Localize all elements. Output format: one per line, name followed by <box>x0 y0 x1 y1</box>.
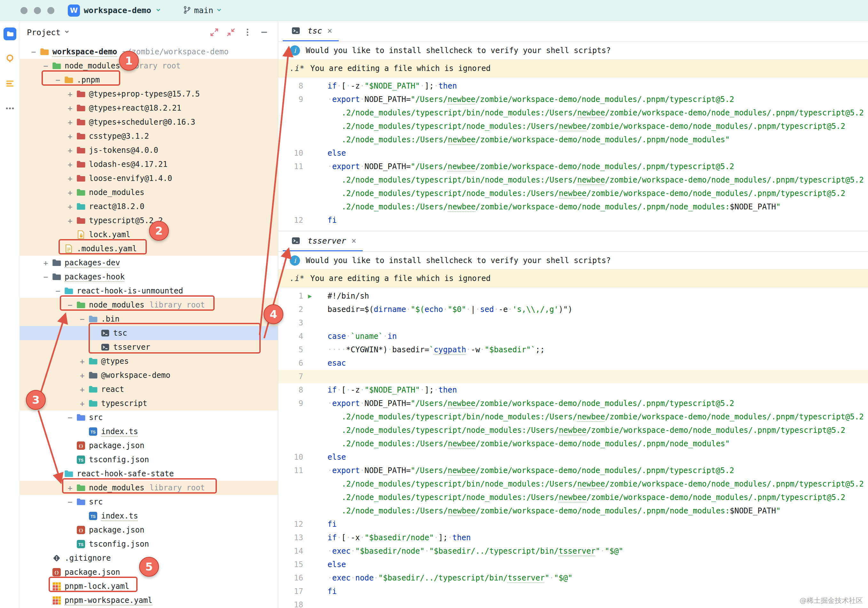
tree-row[interactable]: −.bin <box>20 312 278 326</box>
project-tool-window-icon[interactable] <box>3 28 16 40</box>
tree-row[interactable]: +react <box>20 382 278 396</box>
collapse-icon[interactable]: − <box>29 47 38 57</box>
tree-row[interactable]: +@types+prop-types@15.7.5 <box>20 87 278 101</box>
tree-row[interactable]: −react-hook-is-unmounted <box>20 284 278 298</box>
expand-icon[interactable]: + <box>66 160 74 169</box>
tree-row[interactable]: +loose-envify@1.4.0 <box>20 171 278 186</box>
expand-icon[interactable]: + <box>42 258 50 268</box>
tree-row[interactable]: {}package.json <box>20 439 278 453</box>
expand-icon[interactable]: + <box>78 357 86 366</box>
gutter-spacer <box>303 200 317 213</box>
expand-icon[interactable]: + <box>66 174 74 183</box>
tree-row[interactable]: pnpm-lock.yaml <box>20 579 278 593</box>
git-branch-widget[interactable]: main <box>183 5 222 15</box>
window-minimize-button[interactable] <box>34 7 41 14</box>
tree-row[interactable]: +packages-dev <box>20 256 278 270</box>
run-icon[interactable]: ▶ <box>303 289 317 303</box>
tree-row[interactable]: +@types <box>20 354 278 368</box>
hide-panel-icon[interactable] <box>257 26 271 39</box>
collapse-all-icon[interactable] <box>224 26 238 39</box>
tree-item-label: package.json <box>65 568 120 577</box>
code-text: ·export·NODE_PATH="/Users/newbee/zombie/… <box>317 93 734 106</box>
tree-row[interactable]: +lodash-es@4.17.21 <box>20 157 278 171</box>
tree-row[interactable]: .modules.yaml <box>20 242 278 256</box>
tree-row[interactable]: −.pnpm <box>20 73 278 87</box>
tree-row[interactable]: +js-tokens@4.0.0 <box>20 143 278 157</box>
tree-row[interactable]: +typescript <box>20 396 278 410</box>
code-line: .2/node_modules:/Users/newbee/zombie/wor… <box>278 504 868 518</box>
tree-row[interactable]: +@types+scheduler@0.16.3 <box>20 115 278 129</box>
tree-row[interactable]: tsserver <box>20 340 278 354</box>
tree-row[interactable]: −src <box>20 495 278 509</box>
close-icon[interactable]: × <box>350 236 356 246</box>
tree-row[interactable]: −workspace-demo~/zombie/workspace-demo <box>20 45 278 59</box>
expand-all-icon[interactable] <box>208 26 221 39</box>
tree-row[interactable]: −node_moduleslibrary root <box>20 298 278 312</box>
window-close-button[interactable] <box>20 7 28 14</box>
root-folder-icon <box>40 47 49 57</box>
gutter-spacer <box>303 585 317 598</box>
project-selector[interactable]: W workspace-demo <box>68 5 161 17</box>
tree-row[interactable]: {}package.json <box>20 565 278 579</box>
expand-icon[interactable]: + <box>66 146 74 155</box>
tree-row[interactable]: tsc <box>20 326 278 340</box>
tree-row[interactable]: +react@18.2.0 <box>20 200 278 213</box>
tree-row[interactable]: −react-hook-safe-state <box>20 467 278 481</box>
tree-row[interactable]: {}package.json <box>20 523 278 537</box>
gutter-spacer <box>303 410 317 424</box>
collapse-icon[interactable]: − <box>54 469 62 478</box>
expand-icon[interactable]: + <box>78 399 86 408</box>
tree-row[interactable]: TSindex.ts <box>20 509 278 523</box>
expand-icon[interactable]: + <box>78 371 86 380</box>
expand-icon[interactable]: + <box>78 385 86 394</box>
expand-icon[interactable]: + <box>66 104 74 113</box>
tree-row[interactable]: −src <box>20 410 278 424</box>
collapse-icon[interactable]: − <box>66 413 74 422</box>
red-folder-icon <box>76 117 86 127</box>
expand-icon[interactable]: + <box>66 216 74 225</box>
collapse-icon[interactable]: − <box>66 497 74 507</box>
structure-icon[interactable] <box>3 77 17 90</box>
bookmarks-icon[interactable] <box>3 52 17 65</box>
line-number: 17 <box>278 585 303 598</box>
tree-item-label: typescript@5.2.2 <box>89 216 163 225</box>
collapse-icon[interactable]: − <box>54 76 62 85</box>
more-tool-windows-icon[interactable] <box>3 102 17 115</box>
tree-row[interactable]: +@types+react@18.2.21 <box>20 101 278 115</box>
expand-icon[interactable]: + <box>66 90 74 99</box>
close-icon[interactable]: × <box>326 26 332 36</box>
tree-row[interactable]: +csstype@3.1.2 <box>20 129 278 143</box>
options-kebab-icon[interactable] <box>241 26 254 39</box>
tree-row[interactable]: TSindex.ts <box>20 424 278 439</box>
expand-icon[interactable]: + <box>66 483 74 493</box>
tree-row[interactable]: −node_moduleslibrary root <box>20 59 278 73</box>
collapse-icon[interactable]: − <box>42 272 50 282</box>
tree-item-label: index.ts <box>101 512 138 520</box>
line-number: 10 <box>278 450 303 464</box>
collapse-icon[interactable]: − <box>66 300 74 310</box>
collapse-icon[interactable]: − <box>42 61 50 71</box>
tree-item-label: node_modules <box>89 483 144 492</box>
expand-icon[interactable]: + <box>66 132 74 141</box>
tree-row[interactable]: +node_moduleslibrary root <box>20 481 278 495</box>
code-editor[interactable]: 1▶#!/bin/sh2basedir=$(dirname·"$(echo·"$… <box>278 288 868 608</box>
window-maximize-button[interactable] <box>47 7 54 14</box>
tree-row[interactable]: pnpm-workspace.yaml <box>20 593 278 607</box>
tree-row[interactable]: +typescript@5.2.2 <box>20 213 278 227</box>
expand-icon[interactable]: + <box>66 188 74 197</box>
expand-icon[interactable]: + <box>66 118 74 127</box>
tab-tsserver[interactable]: tsserver × <box>283 231 363 251</box>
collapse-icon[interactable]: − <box>54 286 62 296</box>
chevron-down-icon[interactable] <box>64 28 70 36</box>
collapse-icon[interactable]: − <box>78 314 86 324</box>
tree-row[interactable]: TStsconfig.json <box>20 537 278 551</box>
expand-icon[interactable]: + <box>66 202 74 211</box>
tree-row[interactable]: −packages-hook <box>20 270 278 284</box>
tab-tsc[interactable]: tsc × <box>283 21 339 41</box>
tree-row[interactable]: +@workspace-demo <box>20 368 278 382</box>
tree-row[interactable]: lock.yaml <box>20 227 278 242</box>
tree-row[interactable]: TStsconfig.json <box>20 453 278 467</box>
tree-row[interactable]: +node_modules <box>20 186 278 200</box>
tree-row[interactable]: .gitignore <box>20 551 278 565</box>
code-editor[interactable]: 8if·[·-z·"$NODE_PATH"·];·then9·export·NO… <box>278 77 868 231</box>
